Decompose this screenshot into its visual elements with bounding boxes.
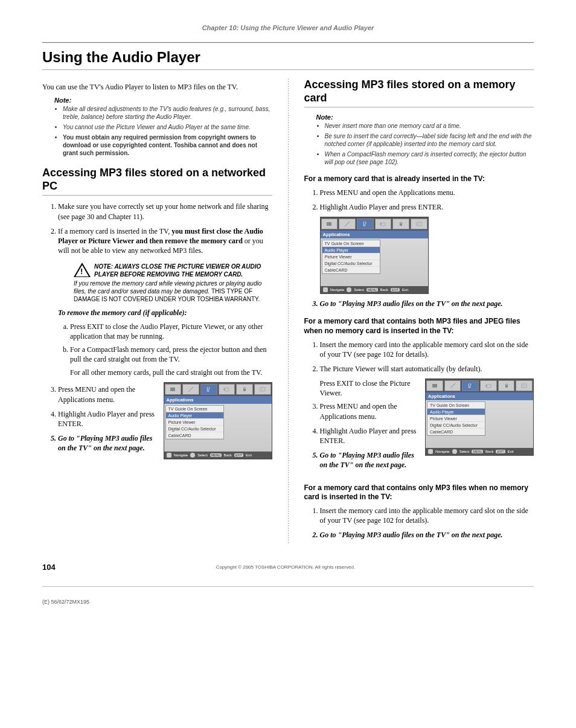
applications-menu-screenshot: ? Applications TV Guide On Screen Audio … <box>164 382 272 459</box>
note-label: Note: <box>316 113 534 121</box>
svg-rect-2 <box>243 389 246 391</box>
note-list: Never insert more than one memory card a… <box>316 122 534 166</box>
steps-list: Go to "Playing MP3 audio files on the TV… <box>312 299 534 308</box>
note-item: When a CompactFlash memory card is inser… <box>325 150 534 166</box>
step: Go to "Playing MP3 audio files on the TV… <box>320 299 534 308</box>
svg-text:?: ? <box>523 385 525 388</box>
menu-item: Picture Viewer <box>166 419 223 426</box>
step: Insert the memory card into the applicab… <box>320 506 534 525</box>
subsection-heading: For a memory card that contains both MP3… <box>304 317 534 336</box>
divider <box>42 195 272 196</box>
svg-text:?: ? <box>417 223 419 226</box>
step: Go to "Playing MP3 audio files on the TV… <box>58 433 158 453</box>
left-column: You can use the TV's Audio Player to lis… <box>42 78 272 544</box>
svg-rect-6 <box>381 223 385 226</box>
steps-list: Make sure you have correctly set up your… <box>50 202 272 377</box>
svg-rect-0 <box>170 388 175 391</box>
svg-rect-1 <box>225 388 229 391</box>
step: Press MENU and open the Applications men… <box>58 385 158 404</box>
svg-rect-5 <box>327 222 331 226</box>
document-code: (E) 56/62/72MX195 <box>42 599 534 605</box>
remove-header: To remove the memory card (if applicable… <box>58 308 272 318</box>
section-heading: Accessing MP3 files stored on a networke… <box>42 167 272 193</box>
step: Highlight Audio Player and press ENTER. <box>58 409 158 429</box>
chapter-header: Chapter 10: Using the Picture Viewer and… <box>42 24 534 31</box>
divider <box>304 107 534 107</box>
substep: Press EXIT to close the Audio Player, Pi… <box>70 322 272 341</box>
divider <box>42 42 534 43</box>
subsection-heading: For a memory card that is already insert… <box>304 174 534 184</box>
divider <box>42 69 534 70</box>
step: The Picture Viewer will start automatica… <box>320 364 534 374</box>
copyright-text: Copyright © 2005 TOSHIBA CORPORATION. Al… <box>56 564 516 570</box>
step: Make sure you have correctly set up your… <box>58 202 272 221</box>
menu-item-highlighted: Audio Player <box>166 412 223 419</box>
note-label: Note: <box>54 97 272 104</box>
note-item: Be sure to insert the card correctly—lab… <box>325 132 534 148</box>
intro-text: You can use the TV's Audio Player to lis… <box>42 82 272 92</box>
svg-rect-7 <box>400 223 402 226</box>
warning-body: If you remove the memory card while view… <box>74 279 272 303</box>
section-heading: Accessing MP3 files stored on a memory c… <box>304 78 534 104</box>
note-item: Never insert more than one memory card a… <box>325 122 534 130</box>
note-item: Make all desired adjustments to the TV's… <box>63 105 272 121</box>
svg-text:?: ? <box>261 388 263 391</box>
subsection-heading: For a memory card that contains only MP3… <box>304 484 534 502</box>
note-item: You cannot use the Picture Viewer and Au… <box>63 123 272 131</box>
right-column: Accessing MP3 files stored on a memory c… <box>304 78 534 544</box>
step: Highlight Audio Player and press ENTER. <box>320 202 534 212</box>
step: Insert the memory card into the applicab… <box>320 340 534 359</box>
svg-rect-10 <box>432 384 437 388</box>
steps-list: Insert the memory card into the applicab… <box>312 340 534 374</box>
warning-icon: ! <box>74 263 91 277</box>
menu-item: CableCARD <box>166 432 223 439</box>
menu-item: TV Guide On Screen <box>166 406 223 412</box>
step: Press MENU and open the Applications men… <box>320 188 534 197</box>
svg-rect-11 <box>487 385 491 388</box>
step: Go to "Playing MP3 audio files on the TV… <box>320 530 534 540</box>
page-number: 104 <box>42 563 56 572</box>
steps-list: Insert the memory card into the applicab… <box>312 506 534 540</box>
warning-title: NOTE: ALWAYS CLOSE THE PICTURE VIEWER OR… <box>94 263 272 278</box>
steps-list-cont: Press MENU and open the Applications men… <box>50 385 158 458</box>
note-item: You must obtain any required permission … <box>63 133 272 157</box>
menu-item: Digital CC/Audio Selector <box>166 426 223 432</box>
applications-menu-screenshot: ? Applications TV Guide On Screen Audio … <box>320 217 429 294</box>
step: If a memory card is inserted in the TV, … <box>58 226 272 378</box>
substep: For a CompactFlash memory card, press th… <box>70 345 272 378</box>
page-footer: 104 Copyright © 2005 TOSHIBA CORPORATION… <box>42 563 534 572</box>
svg-rect-12 <box>505 385 508 388</box>
page-title: Using the Audio Player <box>42 49 534 66</box>
note-list: Make all desired adjustments to the TV's… <box>54 105 272 157</box>
menu-header: Applications <box>164 396 272 404</box>
column-divider <box>288 78 289 544</box>
steps-list: Press MENU and open the Applications men… <box>312 188 534 212</box>
warning-box: ! NOTE: ALWAYS CLOSE THE PICTURE VIEWER … <box>74 263 272 303</box>
applications-menu-screenshot: ? Applications TV Guide On Screen Audio … <box>425 378 534 456</box>
